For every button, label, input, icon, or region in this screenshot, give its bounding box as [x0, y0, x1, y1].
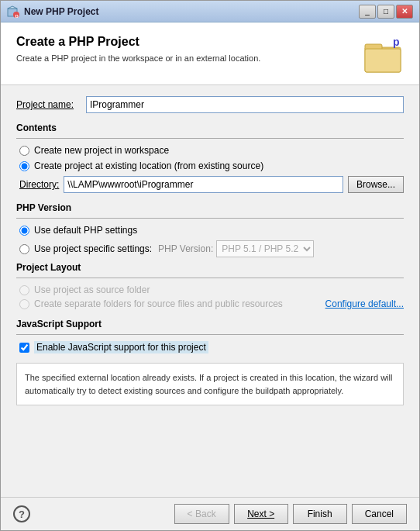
svg-rect-6	[365, 49, 401, 72]
info-box: The specified external location already …	[16, 363, 404, 405]
svg-marker-1	[8, 6, 17, 9]
project-layout-section-label: Project Layout	[16, 262, 404, 273]
minimize-button[interactable]: _	[359, 5, 376, 19]
layout-option1-radio[interactable]	[19, 285, 29, 295]
project-name-label: Project name:	[16, 99, 86, 110]
layout-option2-radio[interactable]	[19, 299, 29, 309]
footer-buttons: < Back Next > Finish Cancel	[174, 504, 407, 524]
main-content: Project name: Contents Create new projec…	[1, 85, 419, 497]
layout-option2-label: Create separate folders for source files…	[34, 298, 283, 309]
header-text: Create a PHP Project Create a PHP projec…	[16, 35, 356, 63]
footer: ? < Back Next > Finish Cancel	[1, 497, 419, 530]
js-checkbox-row: Enable JavaScript support for this proje…	[16, 341, 404, 353]
project-name-row: Project name:	[16, 96, 404, 113]
next-button-label: Next >	[247, 509, 274, 519]
window-icon: p	[7, 5, 19, 18]
php-default-radio[interactable]	[19, 226, 29, 236]
header-section: Create a PHP Project Create a PHP projec…	[1, 22, 419, 85]
configure-default-link[interactable]: Configure default...	[325, 298, 404, 309]
window: p New PHP Project _ □ ✕ Create a PHP Pro…	[0, 0, 420, 531]
php-default-label: Use default PHP settings	[34, 225, 137, 236]
dialog-title: Create a PHP Project	[16, 35, 356, 49]
php-specific-radio[interactable]	[19, 244, 29, 254]
svg-text:p: p	[15, 12, 19, 18]
info-text: The specified external location already …	[25, 373, 392, 395]
php-default-row: Use default PHP settings	[16, 225, 404, 236]
contents-option1-radio[interactable]	[19, 146, 29, 156]
php-specific-label: Use project specific settings:	[34, 243, 152, 254]
contents-section-label: Contents	[16, 122, 404, 133]
back-button[interactable]: < Back	[174, 504, 229, 524]
content-area: Create a PHP Project Create a PHP projec…	[1, 22, 419, 530]
directory-label: Directory:	[19, 179, 59, 190]
contents-option2-row: Create project at existing location (fro…	[16, 160, 404, 171]
contents-section: Contents Create new project in workspace…	[16, 122, 404, 193]
js-support-checkbox[interactable]	[19, 343, 29, 353]
window-title: New PHP Project	[24, 6, 357, 17]
directory-row: Directory: Browse...	[16, 176, 404, 193]
maximize-button[interactable]: □	[377, 5, 394, 19]
browse-button[interactable]: Browse...	[348, 176, 404, 193]
js-support-label: Enable JavaScript support for this proje…	[34, 341, 208, 353]
help-button[interactable]: ?	[13, 505, 30, 522]
contents-option2-radio[interactable]	[19, 161, 29, 171]
layout-option1-label: Use project as source folder	[34, 284, 150, 295]
finish-button[interactable]: Finish	[293, 504, 347, 524]
header-icon: p	[363, 35, 404, 75]
contents-option2-label: Create project at existing location (fro…	[34, 160, 263, 171]
close-button[interactable]: ✕	[396, 5, 413, 19]
title-bar: p New PHP Project _ □ ✕	[1, 1, 419, 22]
project-name-input[interactable]	[86, 96, 404, 113]
svg-text:p: p	[393, 36, 400, 48]
layout-option1-row: Use project as source folder	[16, 284, 404, 295]
js-support-section-label: JavaScript Support	[16, 319, 404, 329]
php-version-text: PHP Version:	[158, 243, 213, 254]
php-specific-row: Use project specific settings: PHP Versi…	[16, 240, 404, 257]
contents-option1-label: Create new project in workspace	[34, 145, 169, 156]
php-version-select[interactable]: PHP 5.1 / PHP 5.2	[216, 240, 314, 257]
directory-input[interactable]	[64, 176, 343, 193]
next-button[interactable]: Next >	[234, 504, 288, 524]
contents-option1-row: Create new project in workspace	[16, 145, 404, 156]
cancel-button[interactable]: Cancel	[352, 504, 407, 524]
js-support-section: JavaScript Support Enable JavaScript sup…	[16, 319, 404, 353]
php-version-section-label: PHP Version	[16, 202, 404, 213]
layout-option2-row: Create separate folders for source files…	[16, 298, 404, 309]
dialog-subtitle: Create a PHP project in the workspace or…	[16, 53, 356, 63]
project-layout-section: Project Layout Use project as source fol…	[16, 262, 404, 309]
php-version-section: PHP Version Use default PHP settings Use…	[16, 202, 404, 257]
